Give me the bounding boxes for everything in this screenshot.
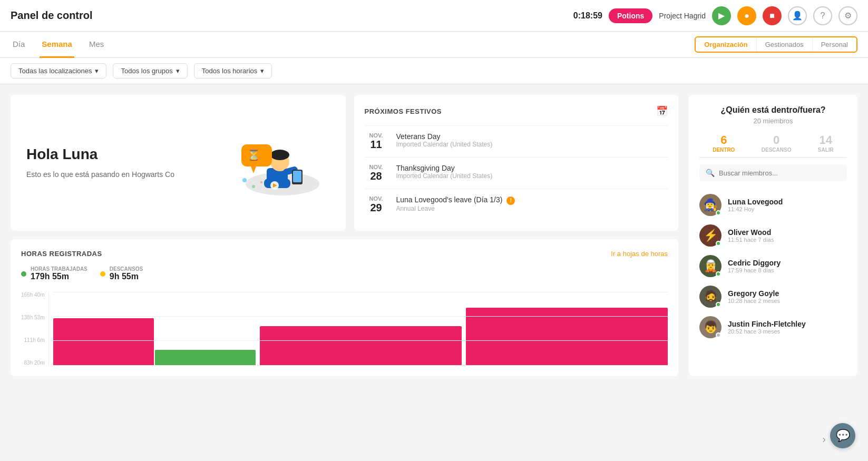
member-row-4: 👦 Justin Finch-Fletchley 20:52 hace 3 me… [699, 312, 847, 342]
member-info-1: Oliver Wood 11:51 hace 7 días [728, 228, 774, 243]
warning-icon: ! [506, 197, 515, 205]
tab-mes[interactable]: Mes [87, 32, 106, 58]
view-gestionados[interactable]: Gestionados [757, 37, 813, 52]
play-icon-button[interactable]: ▶ [712, 6, 731, 25]
top-cards: Hola Luna Esto es lo que está pasando en… [11, 95, 678, 231]
festivo-row-0: NOV. 11 Veterans Day Imported Calendar (… [365, 125, 668, 157]
horas-descansos-stat: DESCANSOS 9h 55m [100, 266, 143, 281]
filter-schedules[interactable]: Todos los horarios ▾ [194, 63, 272, 79]
status-tab-salir[interactable]: 14 SALIR [818, 133, 834, 153]
chart-bars [48, 292, 668, 366]
welcome-text: Hola Luna Esto es lo que está pasando en… [26, 146, 174, 180]
welcome-description: Esto es lo que está pasando en Hogwarts … [26, 169, 174, 180]
greeting: Hola Luna [26, 146, 174, 163]
svg-rect-7 [293, 171, 301, 182]
festivo-date-1: NOV. 28 [365, 164, 388, 182]
member-row-3: 🧔 Gregory Goyle 10:28 hace 2 meses [699, 281, 847, 312]
descansos-text: DESCANSOS 9h 55m [110, 266, 143, 281]
horas-trabajadas-stat: HORAS TRABAJADAS 179h 55m [21, 266, 87, 281]
members-count: 20 miembros [699, 117, 847, 125]
festivo-row-1: NOV. 28 Thanksgiving Day Imported Calend… [365, 157, 668, 189]
period-tabs: Día Semana Mes [11, 32, 106, 58]
view-personal[interactable]: Personal [813, 37, 856, 52]
svg-point-11 [242, 178, 247, 182]
welcome-illustration: ⏳ [225, 123, 330, 202]
descansos-dot [100, 271, 105, 277]
status-tab-dentro[interactable]: 6 DENTRO [713, 133, 735, 153]
trabajadas-dot [21, 271, 26, 277]
filter-row: Todas las localizaciones ▾ Todos los gru… [0, 58, 868, 84]
help-icon-button[interactable]: ? [813, 6, 832, 25]
member-info-2: Cedric Diggory 17:59 hace 8 días [728, 259, 781, 273]
trabajadas-text: HORAS TRABAJADAS 179h 55m [31, 266, 87, 281]
status-dot-0 [716, 210, 721, 215]
tab-dia[interactable]: Día [11, 32, 27, 58]
left-panel: Hola Luna Esto es lo que está pasando en… [11, 95, 678, 376]
chevron-down-icon: ▾ [260, 67, 264, 75]
header-actions: 0:18:59 Potions Project Hagrid ▶ ● ■ 👤 ?… [573, 6, 857, 25]
search-members-container: 🔍 [699, 164, 847, 181]
festivo-info-2: Luna Lovegood's leave (Día 1/3) ! Annual… [396, 195, 515, 212]
member-row-2: 🧝 Cedric Diggory 17:59 hace 8 días [699, 251, 847, 281]
status-dot-2 [716, 271, 721, 277]
filter-locations[interactable]: Todas las localizaciones ▾ [11, 63, 106, 79]
view-organizacion[interactable]: Organización [696, 37, 756, 52]
avatar-1: ⚡ [699, 224, 721, 247]
horas-link[interactable]: Ir a hojas de horas [611, 250, 668, 258]
festivo-info-0: Veterans Day Imported Calendar (United S… [396, 132, 493, 148]
grid-line-0 [53, 292, 668, 292]
grid-line-3 [53, 365, 668, 366]
member-info-0: Luna Lovegood 11:42 Hoy [728, 198, 783, 212]
svg-point-4 [270, 150, 289, 160]
svg-text:⏳: ⏳ [247, 149, 260, 161]
member-row-0: 🧙‍♀️ Luna Lovegood 11:42 Hoy [699, 190, 847, 220]
bar-group-1 [260, 326, 462, 366]
user-icon-button[interactable]: 👤 [788, 6, 807, 25]
search-members-input[interactable] [719, 169, 841, 177]
members-list: 🧙‍♀️ Luna Lovegood 11:42 Hoy ⚡ Oliver Wo… [699, 190, 847, 342]
avatar-0: 🧙‍♀️ [699, 194, 721, 216]
welcome-card: Hola Luna Esto es lo que está pasando en… [11, 95, 346, 231]
timer-display: 0:18:59 [573, 11, 602, 21]
stop-icon-button[interactable]: ■ [763, 6, 782, 25]
status-tab-descanso[interactable]: 0 DESCANSO [762, 133, 792, 153]
member-row-1: ⚡ Oliver Wood 11:51 hace 7 días [699, 220, 847, 251]
bar-pink-1 [260, 326, 462, 366]
horas-title: HORAS REGISTRADAS [21, 250, 102, 258]
member-info-4: Justin Finch-Fletchley 20:52 hace 3 mese… [728, 320, 806, 335]
page-title: Panel de control [11, 9, 93, 22]
svg-point-12 [252, 185, 255, 188]
avatar-2: 🧝 [699, 255, 721, 277]
search-icon: 🔍 [706, 169, 715, 177]
bar-group-0 [53, 318, 255, 366]
bar-green-0 [155, 350, 256, 366]
chevron-down-icon: ▾ [176, 67, 180, 75]
festivo-date-0: NOV. 11 [365, 132, 388, 151]
chevron-down-icon: ▾ [95, 67, 99, 75]
festivo-row-2: NOV. 29 Luna Lovegood's leave (Día 1/3) … [365, 189, 668, 220]
settings-icon-button[interactable]: ⚙ [838, 6, 857, 25]
coin-icon-button[interactable]: ● [737, 6, 756, 25]
festivo-info-1: Thanksgiving Day Imported Calendar (Unit… [396, 164, 493, 180]
status-dot-4 [716, 332, 721, 338]
status-tabs: 6 DENTRO 0 DESCANSO 14 SALIR [699, 133, 847, 158]
bar-pink-0 [53, 318, 154, 366]
main-content: Hola Luna Esto es lo que está pasando en… [0, 84, 868, 387]
potions-button[interactable]: Potions [609, 8, 652, 23]
tab-semana[interactable]: Semana [40, 32, 74, 58]
horas-header: HORAS REGISTRADAS Ir a hojas de horas [21, 250, 668, 258]
festivos-header: PRÓXIMOS FESTIVOS 📅 [365, 105, 668, 117]
festivos-title: PRÓXIMOS FESTIVOS [365, 107, 442, 115]
header: Panel de control 0:18:59 Potions Project… [0, 0, 868, 32]
filter-groups[interactable]: Todos los grupos ▾ [113, 63, 187, 79]
view-toggle: Organización Gestionados Personal [695, 36, 857, 53]
svg-marker-9 [251, 166, 256, 173]
horas-stats: HORAS TRABAJADAS 179h 55m DESCANSOS 9h 5… [21, 266, 668, 281]
chart-y-labels: 166h 40m 138h 53m 111h 6m 83h 20m [21, 292, 48, 366]
grid-line-1 [53, 316, 668, 317]
right-panel: ¿Quién está dentro/fuera? 20 miembros 6 … [689, 95, 857, 376]
grid-line-2 [53, 340, 668, 341]
tabs-row: Día Semana Mes Organización Gestionados … [0, 32, 868, 58]
festivos-card: PRÓXIMOS FESTIVOS 📅 NOV. 11 Veterans Day… [354, 95, 679, 231]
svg-point-13 [260, 181, 262, 183]
